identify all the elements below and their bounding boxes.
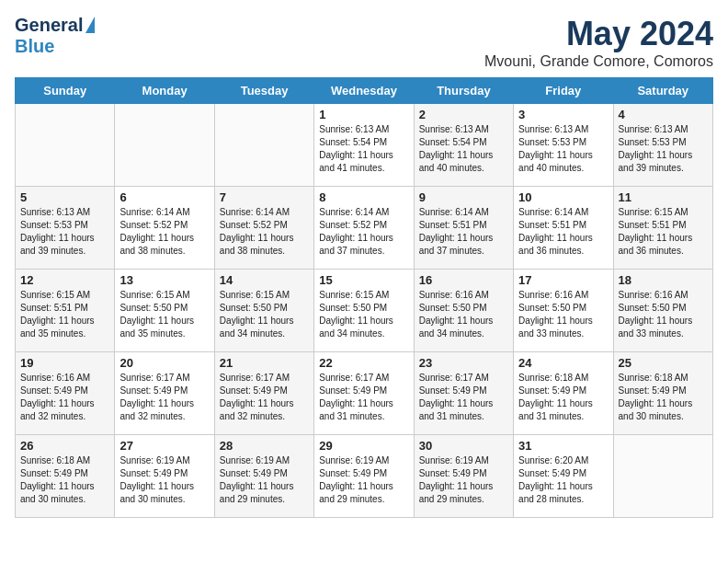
day-number: 20 [119, 356, 209, 370]
cell-info: Sunrise: 6:15 AM Sunset: 5:50 PM Dayligh… [119, 289, 209, 340]
calendar-cell: 8Sunrise: 6:14 AM Sunset: 5:52 PM Daylig… [314, 187, 414, 270]
day-number: 5 [20, 190, 109, 204]
day-number: 25 [619, 356, 708, 370]
calendar-cell: 15Sunrise: 6:15 AM Sunset: 5:50 PM Dayli… [314, 270, 414, 352]
day-header-wednesday: Wednesday [314, 78, 414, 104]
cell-info: Sunrise: 6:13 AM Sunset: 5:53 PM Dayligh… [20, 206, 109, 258]
day-header-monday: Monday [115, 78, 214, 104]
logo: General Blue [15, 15, 95, 57]
page-header: General Blue May 2024 Mvouni, Grande Com… [15, 15, 713, 70]
cell-info: Sunrise: 6:14 AM Sunset: 5:52 PM Dayligh… [119, 206, 209, 258]
day-number: 17 [518, 273, 608, 287]
day-number: 4 [619, 108, 708, 121]
cell-info: Sunrise: 6:19 AM Sunset: 5:49 PM Dayligh… [119, 454, 209, 506]
calendar-cell [16, 104, 115, 187]
day-number: 22 [319, 356, 408, 370]
day-number: 13 [119, 273, 209, 287]
day-number: 9 [419, 190, 508, 204]
day-number: 29 [319, 439, 408, 453]
cell-info: Sunrise: 6:13 AM Sunset: 5:53 PM Dayligh… [619, 123, 708, 175]
calendar-cell: 19Sunrise: 6:16 AM Sunset: 5:49 PM Dayli… [16, 352, 115, 435]
cell-info: Sunrise: 6:13 AM Sunset: 5:54 PM Dayligh… [319, 123, 408, 175]
calendar-cell: 4Sunrise: 6:13 AM Sunset: 5:53 PM Daylig… [613, 104, 712, 187]
day-number: 30 [419, 439, 508, 453]
calendar-cell: 28Sunrise: 6:19 AM Sunset: 5:49 PM Dayli… [214, 435, 313, 518]
day-number: 27 [119, 439, 209, 453]
day-number: 8 [319, 190, 408, 204]
calendar-cell: 7Sunrise: 6:14 AM Sunset: 5:52 PM Daylig… [214, 187, 313, 270]
cell-info: Sunrise: 6:19 AM Sunset: 5:49 PM Dayligh… [319, 454, 408, 506]
calendar-week-row: 26Sunrise: 6:18 AM Sunset: 5:49 PM Dayli… [16, 435, 713, 518]
day-header-sunday: Sunday [16, 78, 115, 104]
calendar-cell: 12Sunrise: 6:15 AM Sunset: 5:51 PM Dayli… [16, 270, 115, 352]
calendar-cell [613, 435, 712, 518]
cell-info: Sunrise: 6:14 AM Sunset: 5:51 PM Dayligh… [419, 206, 508, 258]
day-number: 28 [220, 439, 309, 453]
day-number: 31 [518, 439, 608, 453]
location-title: Mvouni, Grande Comore, Comoros [484, 53, 713, 70]
calendar-cell: 16Sunrise: 6:16 AM Sunset: 5:50 PM Dayli… [414, 270, 513, 352]
cell-info: Sunrise: 6:20 AM Sunset: 5:49 PM Dayligh… [518, 454, 608, 506]
calendar-cell: 31Sunrise: 6:20 AM Sunset: 5:49 PM Dayli… [514, 435, 613, 518]
day-number: 2 [419, 108, 508, 121]
calendar-header-row: SundayMondayTuesdayWednesdayThursdayFrid… [16, 78, 713, 104]
cell-info: Sunrise: 6:17 AM Sunset: 5:49 PM Dayligh… [319, 372, 408, 423]
calendar-cell: 5Sunrise: 6:13 AM Sunset: 5:53 PM Daylig… [16, 187, 115, 270]
day-number: 6 [119, 190, 209, 204]
cell-info: Sunrise: 6:13 AM Sunset: 5:54 PM Dayligh… [419, 123, 508, 175]
logo-general: General [15, 15, 83, 36]
calendar-cell: 9Sunrise: 6:14 AM Sunset: 5:51 PM Daylig… [414, 187, 513, 270]
day-number: 16 [419, 273, 508, 287]
calendar-cell: 29Sunrise: 6:19 AM Sunset: 5:49 PM Dayli… [314, 435, 414, 518]
calendar-body: 1Sunrise: 6:13 AM Sunset: 5:54 PM Daylig… [16, 104, 713, 518]
cell-info: Sunrise: 6:18 AM Sunset: 5:49 PM Dayligh… [518, 372, 608, 423]
cell-info: Sunrise: 6:16 AM Sunset: 5:50 PM Dayligh… [619, 289, 708, 340]
day-number: 3 [518, 108, 608, 121]
calendar-cell: 13Sunrise: 6:15 AM Sunset: 5:50 PM Dayli… [115, 270, 214, 352]
calendar-cell: 24Sunrise: 6:18 AM Sunset: 5:49 PM Dayli… [514, 352, 613, 435]
calendar-cell: 26Sunrise: 6:18 AM Sunset: 5:49 PM Dayli… [16, 435, 115, 518]
cell-info: Sunrise: 6:19 AM Sunset: 5:49 PM Dayligh… [220, 454, 309, 506]
cell-info: Sunrise: 6:13 AM Sunset: 5:53 PM Dayligh… [518, 123, 608, 175]
day-header-saturday: Saturday [613, 78, 712, 104]
day-number: 21 [220, 356, 309, 370]
calendar-cell [214, 104, 313, 187]
month-title: May 2024 [484, 15, 713, 53]
cell-info: Sunrise: 6:17 AM Sunset: 5:49 PM Dayligh… [419, 372, 508, 423]
calendar-cell: 27Sunrise: 6:19 AM Sunset: 5:49 PM Dayli… [115, 435, 214, 518]
day-number: 26 [20, 439, 109, 453]
calendar-cell: 18Sunrise: 6:16 AM Sunset: 5:50 PM Dayli… [613, 270, 712, 352]
day-number: 19 [20, 356, 109, 370]
cell-info: Sunrise: 6:16 AM Sunset: 5:50 PM Dayligh… [419, 289, 508, 340]
calendar-cell: 21Sunrise: 6:17 AM Sunset: 5:49 PM Dayli… [214, 352, 313, 435]
cell-info: Sunrise: 6:14 AM Sunset: 5:52 PM Dayligh… [220, 206, 309, 258]
calendar-cell: 6Sunrise: 6:14 AM Sunset: 5:52 PM Daylig… [115, 187, 214, 270]
day-header-thursday: Thursday [414, 78, 513, 104]
calendar-week-row: 12Sunrise: 6:15 AM Sunset: 5:51 PM Dayli… [16, 270, 713, 352]
calendar-cell: 30Sunrise: 6:19 AM Sunset: 5:49 PM Dayli… [414, 435, 513, 518]
cell-info: Sunrise: 6:18 AM Sunset: 5:49 PM Dayligh… [619, 372, 708, 423]
calendar-cell: 17Sunrise: 6:16 AM Sunset: 5:50 PM Dayli… [514, 270, 613, 352]
calendar-cell: 22Sunrise: 6:17 AM Sunset: 5:49 PM Dayli… [314, 352, 414, 435]
cell-info: Sunrise: 6:17 AM Sunset: 5:49 PM Dayligh… [119, 372, 209, 423]
day-number: 1 [319, 108, 408, 121]
day-number: 15 [319, 273, 408, 287]
calendar-cell: 14Sunrise: 6:15 AM Sunset: 5:50 PM Dayli… [214, 270, 313, 352]
cell-info: Sunrise: 6:16 AM Sunset: 5:49 PM Dayligh… [20, 372, 109, 423]
logo-blue: Blue [15, 36, 54, 56]
calendar-cell: 3Sunrise: 6:13 AM Sunset: 5:53 PM Daylig… [514, 104, 613, 187]
calendar-week-row: 1Sunrise: 6:13 AM Sunset: 5:54 PM Daylig… [16, 104, 713, 187]
day-number: 11 [619, 190, 708, 204]
calendar-week-row: 19Sunrise: 6:16 AM Sunset: 5:49 PM Dayli… [16, 352, 713, 435]
cell-info: Sunrise: 6:15 AM Sunset: 5:50 PM Dayligh… [220, 289, 309, 340]
cell-info: Sunrise: 6:18 AM Sunset: 5:49 PM Dayligh… [20, 454, 109, 506]
cell-info: Sunrise: 6:14 AM Sunset: 5:52 PM Dayligh… [319, 206, 408, 258]
calendar-cell: 25Sunrise: 6:18 AM Sunset: 5:49 PM Dayli… [613, 352, 712, 435]
cell-info: Sunrise: 6:19 AM Sunset: 5:49 PM Dayligh… [419, 454, 508, 506]
cell-info: Sunrise: 6:15 AM Sunset: 5:51 PM Dayligh… [619, 206, 708, 258]
calendar-cell: 20Sunrise: 6:17 AM Sunset: 5:49 PM Dayli… [115, 352, 214, 435]
day-number: 24 [518, 356, 608, 370]
day-number: 12 [20, 273, 109, 287]
calendar-cell: 23Sunrise: 6:17 AM Sunset: 5:49 PM Dayli… [414, 352, 513, 435]
title-area: May 2024 Mvouni, Grande Comore, Comoros [484, 15, 713, 70]
